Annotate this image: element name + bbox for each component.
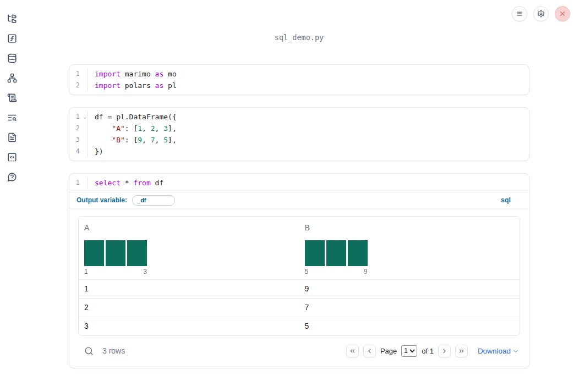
first-page-button[interactable] [346,345,359,357]
square-code-icon [7,152,17,162]
table-cell: 3 [79,317,299,335]
sidebar-item-scratchpad[interactable] [6,92,18,103]
sidebar-item-snippets[interactable] [6,152,18,163]
sidebar-item-dependencies[interactable] [6,73,18,84]
row-count: 3 rows [102,346,125,355]
settings-button[interactable] [533,6,549,21]
code-text: "B": [9, 7, 5], [88,134,177,146]
gear-icon [537,10,545,18]
code-line: 2import polars as pl [69,80,529,91]
code-editor[interactable]: 1import marimo as mo2import polars as pl [69,65,529,95]
histogram-bar [305,240,325,266]
code-line: 1⌄df = pl.DataFrame({ [69,111,529,123]
table-row[interactable]: 19 [79,280,520,298]
column-name: A [84,223,294,232]
column-histogram: 59 [305,240,515,276]
page-label: Page [380,347,397,355]
table-cell: 9 [299,280,520,298]
chevron-right-icon [441,347,448,355]
line-number: 3 [69,134,88,146]
table-column-header[interactable]: A13 [79,217,299,279]
histogram-bar [84,240,104,266]
database-icon [7,53,17,63]
code-editor[interactable]: 1select * from df [69,174,529,192]
code-text: }) [88,146,103,157]
pagination: Page 1 of 1 [346,345,519,357]
chevrons-right-icon [458,347,465,355]
histogram-bar [106,240,125,266]
file-text-icon [7,132,17,142]
notebook-filename: sql_demo.py [69,33,529,42]
search-icon [84,346,94,356]
table-cell: 5 [299,317,520,335]
notebook: sql_demo.py 1import marimo as mo2import … [69,33,529,368]
menu-button[interactable] [512,6,527,21]
code-text: "A": [1, 2, 3], [88,123,177,134]
code-editor[interactable]: 1⌄df = pl.DataFrame({2 "A": [1, 2, 3],3 … [69,108,529,161]
network-icon [7,73,17,83]
column-histogram: 13 [84,240,294,276]
code-text: import polars as pl [88,80,177,91]
table-row[interactable]: 35 [79,317,520,335]
table-column-header[interactable]: B59 [299,217,520,279]
column-name: B [305,223,515,232]
dataframe-table: A13B59 192735 [78,216,520,336]
table-search-button[interactable] [84,346,94,356]
table-body: 192735 [79,280,520,335]
chevron-down-icon [512,347,519,355]
close-icon [559,10,566,18]
next-page-button[interactable] [438,345,451,357]
line-number: 1 [69,177,88,189]
table-cell: 7 [299,299,520,317]
hamburger-icon [516,10,523,18]
window-controls [512,6,570,21]
chevron-left-icon [366,347,373,355]
table-header: A13B59 [79,217,520,280]
table-row[interactable]: 27 [79,298,520,317]
line-number: 1 [69,68,88,80]
code-cell-dataframe: 1⌄df = pl.DataFrame({2 "A": [1, 2, 3],3 … [69,107,529,161]
table-footer: 3 rows Page 1 [78,340,520,361]
sidebar-item-help-chat[interactable] [6,172,18,183]
message-question-icon [7,172,17,182]
code-line: 2 "A": [1, 2, 3], [69,123,529,134]
chevrons-left-icon [349,347,356,355]
sidebar-item-logs[interactable] [6,112,18,123]
prev-page-button[interactable] [363,345,376,357]
download-label: Download [478,347,511,355]
table-cell: 1 [79,280,299,298]
language-badge: sql [501,196,511,204]
sidebar-item-documentation[interactable] [6,132,18,143]
histogram-axis-labels: 13 [84,268,147,276]
line-number: 2 [69,80,88,91]
last-page-button[interactable] [455,345,468,357]
code-text: select * from df [88,177,163,189]
page-select[interactable]: 1 [401,345,417,357]
line-number: 1⌄ [69,111,88,123]
sidebar-item-datasources[interactable] [6,53,18,64]
fold-chevron-icon[interactable]: ⌄ [84,111,86,123]
histogram-bar [326,240,346,266]
download-button[interactable]: Download [478,347,519,355]
page-of-label: of 1 [422,347,434,355]
function-square-icon [7,34,17,43]
text-search-icon [7,113,17,123]
close-button[interactable] [555,6,570,21]
sidebar [0,0,24,392]
histogram-bar [348,240,368,266]
sql-cell: 1select * from df Output variable: sql A… [69,173,529,368]
table-cell: 2 [79,299,299,317]
line-number: 2 [69,123,88,134]
output-variable-input[interactable] [132,195,175,206]
histogram-axis-labels: 59 [305,268,368,276]
folder-tree-icon [7,14,17,24]
code-line: 3 "B": [9, 7, 5], [69,134,529,146]
code-line: 1select * from df [69,177,529,189]
scroll-text-icon [7,93,17,103]
code-cell-imports: 1import marimo as mo2import polars as pl [69,64,529,95]
line-number: 4 [69,146,88,157]
cell-output: A13B59 192735 3 rows [69,208,529,368]
code-text: df = pl.DataFrame({ [88,111,177,123]
sidebar-item-file-explorer[interactable] [6,13,18,24]
sidebar-item-variables[interactable] [6,33,18,44]
